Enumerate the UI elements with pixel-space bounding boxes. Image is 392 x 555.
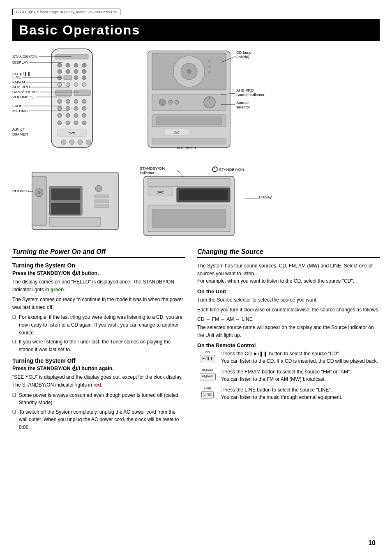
label-standby-on: STANDBY/ON — [12, 54, 74, 59]
unit-svg: JVC — [144, 47, 259, 152]
source-icon-fmam: FM/AM FM/AM — [197, 368, 218, 380]
body-each-time: Each time you turn it clockwise or count… — [197, 306, 380, 314]
svg-point-21 — [82, 69, 86, 74]
svg-point-45 — [66, 121, 70, 125]
body-source-display: The selected source name will appear on … — [197, 324, 380, 339]
svg-point-43 — [82, 113, 86, 117]
svg-point-53 — [86, 140, 91, 145]
svg-rect-93 — [95, 195, 109, 198]
label-dimmer: DIMMER — [12, 132, 28, 136]
bottom-left-diagram: PHONES — [12, 166, 131, 240]
svg-point-35 — [82, 99, 86, 104]
svg-rect-103 — [179, 189, 228, 200]
svg-point-32 — [58, 99, 62, 104]
svg-rect-91 — [51, 203, 80, 214]
section-title-source: Changing the Source — [197, 248, 380, 258]
fmam-button-icon: FM/AM — [200, 373, 216, 380]
bullet-tuner-example: If you were listening to the Tuner last,… — [12, 338, 185, 353]
label-standby-indicator: STANDBY/ONindicator — [140, 166, 165, 175]
label-volume-unit: VOLUME +,– — [177, 145, 200, 150]
diagrams-area: JVC STANDBY/ON DISPLAY — [12, 47, 380, 158]
label-bass-treble: BASS/TREBLE — [12, 90, 81, 94]
source-item-fmam: FM/AM FM/AM :Press the FM/AM button to s… — [197, 368, 380, 383]
svg-point-24 — [74, 76, 78, 80]
body-intro-sources: The System has four sound sources, CD, F… — [197, 262, 380, 285]
svg-point-33 — [66, 99, 70, 104]
svg-point-19 — [66, 69, 70, 74]
label-fade: FADE — [12, 104, 65, 108]
svg-point-41 — [66, 113, 70, 117]
bottom-right-diagram: JVC STANDBY/ONindicator — [140, 166, 380, 240]
svg-point-34 — [74, 99, 78, 104]
instruction-press-off: Press the STANDBY/ON ⏻/I button again. — [12, 366, 185, 372]
svg-point-44 — [58, 121, 62, 125]
bottom-diagrams: PHONES JVC — [12, 166, 380, 240]
svg-point-28 — [74, 83, 78, 87]
body-see-you: "SEE YOU" is displayed and the display g… — [12, 373, 185, 389]
source-icon-line: LINE LINE — [197, 386, 218, 398]
label-source-selector: Sourceselector — [236, 100, 250, 109]
svg-rect-90 — [51, 189, 80, 200]
source-text-cd: :Press the CD ►/❚❚ button to select the … — [221, 350, 380, 365]
svg-point-47 — [82, 121, 86, 125]
svg-rect-95 — [95, 205, 109, 208]
svg-point-16 — [74, 63, 78, 67]
svg-point-51 — [69, 140, 74, 145]
svg-point-50 — [61, 140, 66, 145]
label-cd-lamp: CD lamp (Inside) — [236, 50, 251, 59]
label-muting: MUTING — [12, 108, 70, 113]
line-button-icon: LINE — [201, 391, 214, 398]
source-icon-cd: CD ►/❚❚ — [197, 350, 218, 362]
svg-point-75 — [168, 100, 173, 104]
svg-line-82 — [221, 56, 235, 62]
body-display-on: The display comes on and "HELLO" is disp… — [12, 278, 185, 293]
source-item-cd: CD ►/❚❚ :Press the CD ►/❚❚ button to sel… — [197, 350, 380, 365]
svg-text:JVC: JVC — [174, 131, 180, 134]
label-display-front: Display — [259, 195, 272, 199]
body-system-ready: The System comes on ready to continue in… — [12, 296, 185, 311]
svg-point-29 — [82, 83, 86, 87]
source-text-fmam: :Press the FM/AM button to select the so… — [221, 368, 380, 383]
front-view-svg: JVC — [140, 172, 242, 240]
svg-rect-81 — [152, 138, 226, 144]
subsection-on-unit: On the Unit — [197, 288, 380, 295]
bullet-standby-power: Some power is always consumed even thoug… — [12, 391, 185, 407]
arrow-sequence: CD ↔ FM ↔ AM ↔ LINE — [197, 316, 380, 322]
label-volume-remote: VOLUME +,– — [12, 94, 73, 99]
svg-point-39 — [82, 106, 86, 111]
svg-rect-105 — [152, 209, 226, 228]
svg-rect-86 — [32, 176, 46, 226]
svg-point-88 — [37, 191, 41, 194]
page-title: Basic Operations — [19, 23, 373, 38]
svg-point-52 — [78, 140, 83, 145]
svg-text:JVC: JVC — [69, 131, 75, 135]
svg-line-106 — [177, 169, 183, 177]
cd-button-icon: ►/❚❚ — [200, 355, 215, 362]
label-standby-on-btn: STANDBY/ON — [212, 166, 244, 173]
label-phones: PHONES — [12, 189, 29, 193]
svg-rect-23 — [64, 76, 72, 80]
svg-point-46 — [74, 121, 78, 125]
subsection-on-remote: On the Remote Control — [197, 342, 380, 348]
file-info: FS-X1-3(B)_E.book Page 10 Friday, March … — [12, 9, 120, 15]
svg-point-67 — [187, 69, 191, 74]
right-column: Changing the Source The System has four … — [197, 248, 380, 433]
svg-rect-94 — [95, 200, 109, 203]
label-ahb-pro: AHB PRO — [12, 85, 72, 89]
svg-point-17 — [82, 63, 86, 67]
front-panel-svg — [29, 166, 123, 236]
svg-rect-96 — [49, 217, 101, 226]
svg-rect-99 — [148, 178, 230, 187]
instruction-press-on: Press the STANDBY/ON ⏻/I button. — [12, 270, 185, 276]
svg-point-70 — [208, 71, 211, 73]
svg-point-92 — [95, 185, 102, 192]
cd-lamp-line — [221, 54, 238, 64]
svg-point-25 — [82, 76, 86, 80]
svg-point-20 — [74, 69, 78, 74]
body-turn-selector: Turn the Source selector to select the s… — [197, 296, 380, 304]
display-line — [244, 197, 260, 201]
svg-rect-78 — [156, 117, 222, 125]
svg-point-40 — [58, 113, 62, 117]
source-sel-line — [221, 102, 238, 106]
ahb-source-line — [221, 91, 238, 97]
